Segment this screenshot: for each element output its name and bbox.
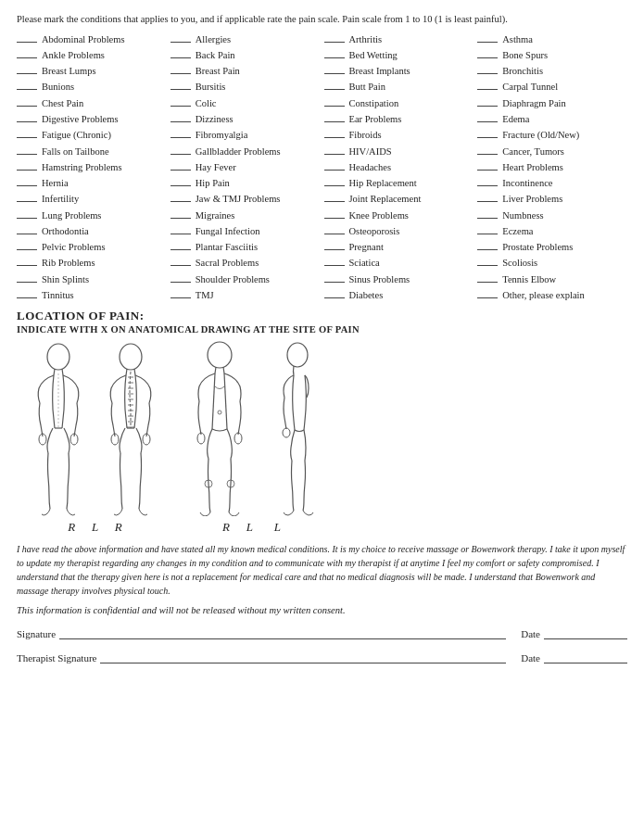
condition-blank: [17, 137, 37, 138]
condition-item: Chest Pain: [17, 96, 167, 111]
condition-blank: [324, 106, 345, 107]
condition-label: Tinnitus: [42, 288, 74, 303]
condition-blank: [477, 170, 498, 171]
condition-item: Dizziness: [170, 112, 321, 127]
condition-label: Fatigue (Chronic): [42, 128, 111, 143]
condition-item: Digestive Problems: [17, 112, 167, 127]
condition-label: Hip Replacement: [349, 176, 417, 191]
condition-item: Fatigue (Chronic): [17, 128, 167, 143]
condition-blank: [477, 234, 498, 234]
condition-item: Prostate Problems: [477, 240, 627, 255]
condition-label: Ear Problems: [349, 112, 402, 127]
condition-item: Osteoporosis: [324, 224, 474, 239]
condition-item: Headaches: [324, 160, 474, 175]
condition-blank: [170, 57, 191, 58]
condition-label: Infertility: [42, 192, 79, 207]
figure-2: [96, 340, 166, 516]
condition-item: Lung Problems: [17, 208, 167, 223]
condition-label: Shin Splints: [42, 272, 89, 287]
condition-label: Digestive Problems: [42, 112, 119, 127]
condition-label: Carpal Tunnel: [502, 80, 558, 95]
condition-label: Breast Lumps: [42, 64, 96, 79]
signature-line[interactable]: [59, 638, 506, 639]
condition-label: TMJ: [196, 288, 214, 303]
condition-label: Butt Pain: [349, 80, 385, 95]
condition-label: Bed Wetting: [349, 48, 398, 63]
condition-item: Hay Fever: [170, 160, 321, 175]
condition-item: Fibroids: [324, 128, 474, 143]
condition-label: Tennis Elbow: [502, 272, 556, 287]
condition-label: Bone Spurs: [502, 48, 548, 63]
condition-item: Diaphragm Pain: [477, 96, 627, 111]
condition-item: Orthodontia: [17, 224, 167, 239]
condition-blank: [324, 57, 345, 58]
condition-blank: [17, 201, 37, 202]
condition-blank: [17, 282, 37, 283]
condition-item: Tennis Elbow: [477, 272, 627, 287]
condition-blank: [324, 121, 345, 122]
condition-item: HIV/AIDS: [324, 145, 474, 159]
therapist-signature-line[interactable]: [100, 663, 506, 663]
condition-label: Dizziness: [196, 112, 234, 127]
condition-label: Eczema: [502, 224, 533, 239]
condition-blank: [17, 170, 37, 171]
condition-label: Pelvic Problems: [42, 240, 106, 255]
conditions-grid: Abdominal ProblemsAllergiesArthritisAsth…: [17, 32, 627, 304]
date-line-2[interactable]: [544, 663, 627, 663]
condition-item: Eczema: [477, 224, 627, 239]
condition-item: Cancer, Tumors: [477, 145, 627, 159]
condition-label: Bronchitis: [502, 64, 543, 79]
condition-label: Migraines: [196, 208, 235, 223]
condition-blank: [17, 42, 37, 43]
diagram-label-right: R L L: [222, 520, 283, 535]
condition-label: Falls on Tailbone: [42, 145, 109, 159]
condition-item: Abdominal Problems: [17, 32, 167, 47]
condition-label: Chest Pain: [42, 96, 83, 111]
condition-blank: [324, 73, 345, 74]
condition-item: Bone Spurs: [477, 48, 627, 63]
condition-item: Breast Pain: [170, 64, 321, 79]
condition-label: Diaphragm Pain: [502, 96, 566, 111]
condition-label: Hernia: [42, 176, 69, 191]
condition-item: Asthma: [477, 32, 627, 47]
condition-item: Shin Splints: [17, 272, 167, 287]
svg-point-23: [208, 342, 232, 368]
condition-blank: [324, 218, 345, 219]
date-line-1[interactable]: [544, 638, 627, 639]
condition-blank: [170, 42, 191, 43]
condition-item: Pregnant: [324, 240, 474, 255]
svg-point-0: [47, 344, 69, 370]
condition-item: Bed Wetting: [324, 48, 474, 63]
figure-1: [26, 340, 91, 516]
body-diagrams: R L R: [26, 340, 627, 535]
condition-blank: [170, 154, 191, 155]
condition-label: Lung Problems: [42, 208, 101, 223]
condition-blank: [477, 282, 498, 283]
condition-item: Hernia: [17, 176, 167, 191]
therapist-label: Therapist Signature: [17, 652, 96, 663]
condition-item: Edema: [477, 112, 627, 127]
condition-label: HIV/AIDS: [349, 145, 392, 159]
condition-blank: [170, 106, 191, 107]
condition-label: Bunions: [42, 80, 74, 95]
condition-item: Hip Pain: [170, 176, 321, 191]
condition-label: Liver Problems: [502, 192, 562, 207]
condition-item: Ankle Problems: [17, 48, 167, 63]
condition-label: Diabetes: [349, 288, 384, 303]
condition-blank: [477, 154, 498, 155]
condition-blank: [170, 185, 191, 186]
condition-item: Constipation: [324, 96, 474, 111]
condition-item: Sacral Problems: [170, 256, 321, 271]
condition-label: Rib Problems: [42, 256, 95, 271]
condition-blank: [17, 185, 37, 186]
condition-item: Breast Implants: [324, 64, 474, 79]
condition-label: Sciatica: [349, 256, 380, 271]
condition-item: Rib Problems: [17, 256, 167, 271]
condition-blank: [477, 42, 498, 43]
svg-line-2: [62, 369, 63, 375]
condition-blank: [477, 218, 498, 219]
condition-blank: [477, 249, 498, 250]
condition-item: Gallbladder Problems: [170, 145, 321, 159]
condition-blank: [170, 218, 191, 219]
condition-blank: [324, 297, 345, 298]
